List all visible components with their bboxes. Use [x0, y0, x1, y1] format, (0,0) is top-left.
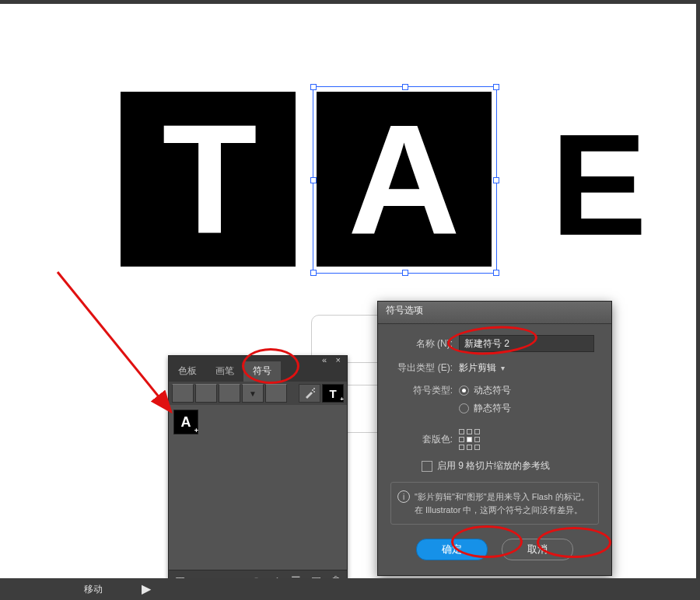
checkbox-icon[interactable]	[422, 461, 432, 472]
panel-close-icon[interactable]: ×	[336, 355, 341, 365]
toolbar-button[interactable]	[195, 384, 217, 403]
toolbar-button[interactable]	[172, 384, 194, 403]
type-label: 符号类型:	[390, 384, 459, 397]
selection-handle[interactable]	[493, 270, 499, 276]
cancel-button[interactable]: 取消	[502, 539, 573, 560]
panel-tabs: 色板 画笔 符号	[169, 361, 347, 382]
dialog-buttons: 确定 取消	[390, 539, 599, 560]
panel-body[interactable]: A +	[169, 405, 347, 574]
export-value: 影片剪辑	[459, 361, 496, 375]
tab-symbols[interactable]: 符号	[243, 360, 281, 382]
panel-titlebar[interactable]: « ×	[169, 356, 347, 361]
toolbar-button[interactable]	[219, 384, 240, 403]
svg-point-1	[313, 391, 315, 392]
ok-button[interactable]: 确定	[416, 539, 488, 560]
selection-bounding-box[interactable]	[313, 86, 497, 274]
export-type-select[interactable]: 影片剪辑 ▾	[459, 361, 505, 375]
dialog-title[interactable]: 符号选项	[378, 302, 611, 324]
thumb-letter: A	[181, 414, 191, 431]
radio-dot-icon	[459, 385, 469, 396]
toolbar-dropdown[interactable]: ▼	[242, 384, 264, 403]
radio-dot-icon	[459, 403, 469, 413]
canvas[interactable]: T A E « × 色板 画笔 符号 ▼	[4, 4, 696, 577]
name-label: 名称 (N):	[390, 337, 459, 351]
selection-handle[interactable]	[493, 177, 499, 183]
app-frame-right	[696, 0, 700, 600]
svg-point-0	[312, 389, 313, 391]
name-input[interactable]	[459, 335, 594, 352]
selection-handle[interactable]	[402, 270, 408, 276]
selection-handle[interactable]	[310, 84, 317, 90]
radio-dynamic[interactable]: 动态符号	[459, 384, 511, 397]
row-name: 名称 (N):	[390, 335, 599, 352]
symbol-options-dialog[interactable]: 符号选项 名称 (N): 导出类型 (E): 影片剪辑 ▾ 符号类型: 动态符号	[377, 301, 612, 576]
preset-letter: T	[329, 387, 336, 400]
export-label: 导出类型 (E):	[390, 361, 459, 375]
registration-grid[interactable]	[459, 429, 480, 450]
row-export: 导出类型 (E): 影片剪辑 ▾	[390, 361, 599, 375]
row-type: 符号类型: 动态符号 静态符号	[390, 384, 599, 420]
letter-t: T	[162, 90, 254, 269]
radio-static[interactable]: 静态符号	[459, 402, 511, 415]
symbols-panel[interactable]: « × 色板 画笔 符号 ▼ T + A +	[168, 355, 348, 591]
tab-brushes[interactable]: 画笔	[206, 361, 243, 382]
panel-menu-icon[interactable]: «	[322, 355, 327, 365]
info-icon: i	[397, 490, 410, 503]
plus-icon: +	[194, 427, 198, 434]
symbol-preset-t[interactable]: T +	[322, 384, 344, 403]
selection-handle[interactable]	[310, 270, 317, 276]
radio-label: 动态符号	[474, 384, 511, 397]
chevron-down-icon: ▾	[501, 364, 505, 372]
nine-slice-label: 启用 9 格切片缩放的参考线	[437, 459, 550, 473]
symbol-thumbnail-a[interactable]: A +	[173, 410, 198, 434]
artwork-letter-e[interactable]: E	[529, 115, 669, 255]
registration-label: 套版色:	[390, 433, 459, 446]
tab-swatches[interactable]: 色板	[169, 361, 206, 382]
status-arrow-icon: ▶	[142, 581, 151, 596]
letter-e: E	[551, 103, 646, 267]
toolbar-button[interactable]	[265, 384, 287, 403]
row-registration: 套版色:	[390, 429, 599, 450]
symbol-sprayer-icon[interactable]	[299, 384, 320, 403]
info-text: "影片剪辑"和"图形"是用来导入 Flash 的标记。在 Illustrator…	[415, 492, 590, 515]
status-text: 移动	[84, 583, 103, 596]
svg-point-2	[313, 388, 315, 389]
dialog-body: 名称 (N): 导出类型 (E): 影片剪辑 ▾ 符号类型: 动态符号	[378, 324, 611, 571]
selection-handle[interactable]	[310, 177, 317, 183]
info-box: i "影片剪辑"和"图形"是用来导入 Flash 的标记。在 Illustrat…	[390, 482, 599, 525]
panel-toolbar: ▼ T +	[169, 382, 347, 405]
selection-handle[interactable]	[402, 84, 408, 90]
row-nine-slice[interactable]: 启用 9 格切片缩放的参考线	[422, 459, 599, 473]
artwork-tile-t[interactable]: T	[121, 92, 296, 267]
plus-icon: +	[340, 396, 344, 403]
selection-handle[interactable]	[493, 84, 499, 90]
radio-label: 静态符号	[474, 402, 511, 415]
status-bar: 移动 ▶	[0, 578, 700, 600]
